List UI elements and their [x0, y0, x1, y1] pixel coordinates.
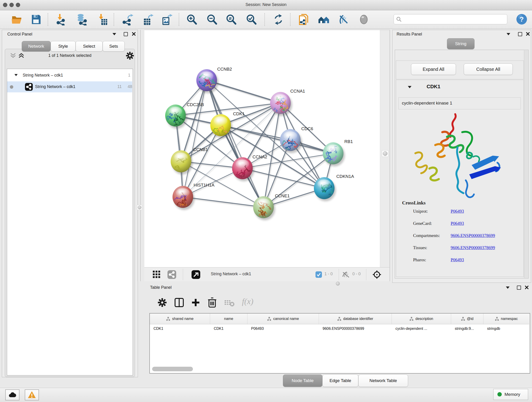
- cell-description[interactable]: cyclin-dependent ...: [392, 324, 451, 334]
- network-view[interactable]: CCNB2CCNA1CDC25BCDK1CDC6RB1CCNB1CCNA2CDK…: [144, 30, 389, 281]
- cell-name[interactable]: CDK1: [210, 324, 247, 334]
- column-tree-icon: [495, 317, 499, 321]
- warning-status-button[interactable]: [25, 389, 39, 400]
- column-header-canonical-name[interactable]: canonical name: [247, 313, 319, 324]
- open-session-icon[interactable]: [11, 13, 23, 26]
- network-options-gear-icon[interactable]: [126, 52, 134, 60]
- zoom-in-icon[interactable]: [186, 13, 198, 26]
- show-hide-graphics-icon[interactable]: [338, 13, 350, 26]
- import-network-database-icon[interactable]: [76, 13, 88, 26]
- collapse-panel-icon[interactable]: [507, 33, 510, 35]
- import-table-icon[interactable]: [97, 13, 109, 26]
- column-header-description[interactable]: description: [392, 313, 451, 324]
- help-icon[interactable]: ?: [516, 13, 528, 25]
- expand-all-button[interactable]: Expand All: [411, 64, 456, 75]
- network-canvas[interactable]: CCNB2CCNA1CDC25BCDK1CDC6RB1CCNB1CCNA2CDK…: [144, 30, 389, 267]
- zoom-fit-icon[interactable]: [225, 13, 237, 26]
- tab-edge-table[interactable]: Edge Table: [322, 375, 358, 387]
- main-toolbar: ?: [0, 10, 532, 29]
- tab-sets[interactable]: Sets: [103, 41, 125, 51]
- crosslink-compartments-link[interactable]: 9606.ENSP00000378699: [451, 233, 495, 238]
- delete-column-icon[interactable]: [207, 297, 217, 308]
- zoom-out-icon[interactable]: [206, 13, 218, 26]
- float-panel-icon[interactable]: [518, 32, 522, 36]
- column-label: namespac: [501, 317, 518, 321]
- column-header-name[interactable]: name: [210, 313, 247, 324]
- network-scrollbar-track[interactable]: [380, 30, 390, 267]
- save-session-icon[interactable]: [30, 13, 42, 26]
- network-collection-row[interactable]: String Network – cdk1 1: [7, 70, 132, 81]
- network-row-selected[interactable]: String Network – cdk1 11 48: [7, 81, 132, 92]
- float-panel-icon[interactable]: [124, 32, 128, 36]
- network-list: String Network – cdk1 1 String Network –…: [7, 69, 133, 375]
- table-row[interactable]: CDK1 CDK1 P06493 9606.ENSP00000378699 cy…: [150, 324, 529, 334]
- export-table-icon[interactable]: [142, 13, 154, 26]
- collapse-all-button[interactable]: Collapse All: [464, 64, 513, 75]
- gene-symbol: CDK1: [427, 84, 440, 89]
- tab-network[interactable]: Network: [22, 41, 51, 51]
- birds-eye-view-icon[interactable]: [358, 13, 370, 26]
- column-label: name: [224, 317, 233, 321]
- cell-canonical-name[interactable]: P06493: [247, 324, 319, 334]
- crosslink-label: Uniprot:: [413, 209, 428, 214]
- tab-string-results[interactable]: String: [447, 38, 475, 49]
- results-scrollbar-track[interactable]: [524, 50, 528, 278]
- cloud-status-button[interactable]: [5, 389, 19, 400]
- crosslink-genecard-link[interactable]: P06493: [451, 221, 464, 226]
- crosslink-label: Pharos:: [413, 257, 426, 262]
- crosslink-uniprot-link[interactable]: P06493: [451, 209, 464, 214]
- grid-view-icon[interactable]: [153, 271, 161, 279]
- network-row-label: String Network – cdk1: [35, 84, 75, 89]
- memory-button[interactable]: Memory: [493, 389, 528, 400]
- warning-icon: [28, 391, 36, 398]
- table-options-gear-icon[interactable]: [158, 298, 167, 307]
- cell-namespace[interactable]: stringdb: [483, 324, 529, 334]
- status-bar: Memory: [0, 388, 532, 402]
- close-panel-icon[interactable]: [132, 32, 136, 36]
- node-label-rb1: RB1: [344, 139, 353, 144]
- column-header-database-identifier[interactable]: database identifier: [319, 313, 392, 324]
- node-label-ccna1: CCNA1: [290, 89, 305, 94]
- refresh-layout-icon[interactable]: [272, 13, 284, 26]
- column-header-namespace[interactable]: namespac: [483, 313, 529, 324]
- search-input[interactable]: [394, 14, 507, 24]
- network-scrollbar-thumb[interactable]: [382, 150, 388, 157]
- zoom-selected-icon[interactable]: [246, 13, 258, 26]
- fit-selected-crosshair-icon[interactable]: [372, 270, 381, 279]
- float-panel-icon[interactable]: [517, 286, 521, 290]
- tab-node-table[interactable]: Node Table: [283, 375, 322, 387]
- show-columns-icon[interactable]: [174, 298, 184, 307]
- splitter-handle[interactable]: [137, 205, 142, 210]
- node-label-cdkn1a: CDKN1A: [336, 174, 354, 179]
- collection-expand-icon[interactable]: [14, 74, 18, 76]
- crosslink-pharos-link[interactable]: P06493: [451, 257, 464, 262]
- crosslink-tissues-link[interactable]: 9606.ENSP00000378699: [451, 245, 495, 250]
- close-panel-icon[interactable]: [525, 285, 529, 289]
- birdseye-toggle-icon[interactable]: [191, 270, 200, 279]
- tab-select[interactable]: Select: [76, 41, 103, 51]
- cell-shared-name[interactable]: CDK1: [150, 324, 210, 334]
- column-header-id[interactable]: @id: [451, 313, 483, 324]
- cell-database-identifier[interactable]: 9606.ENSP00000378699: [319, 324, 392, 334]
- network-tab-content: 1 of 1 Network selected String Network –…: [5, 49, 135, 377]
- close-panel-icon[interactable]: [526, 32, 530, 36]
- table-hscrollbar-track[interactable]: [150, 367, 528, 372]
- import-network-icon[interactable]: [56, 13, 67, 26]
- cell-id[interactable]: stringdb:9...: [451, 324, 483, 334]
- tab-network-table[interactable]: Network Table: [358, 375, 408, 387]
- table-hscrollbar-thumb[interactable]: [152, 367, 193, 371]
- left-splitter[interactable]: [138, 30, 140, 281]
- column-header-shared-name[interactable]: shared name: [150, 313, 210, 324]
- collapse-panel-icon[interactable]: [506, 287, 510, 289]
- open-in-string-icon[interactable]: [298, 13, 310, 26]
- collapse-panel-icon[interactable]: [113, 33, 116, 35]
- memory-status-icon: [497, 392, 502, 396]
- home-networks-icon[interactable]: [318, 13, 330, 26]
- tab-style[interactable]: Style: [51, 41, 76, 51]
- string-view-icon[interactable]: [167, 270, 176, 279]
- selected-checkbox-icon[interactable]: [316, 271, 322, 278]
- add-column-icon[interactable]: [191, 298, 200, 307]
- export-network-icon[interactable]: [122, 13, 134, 26]
- gene-section-expand-icon[interactable]: [408, 86, 412, 88]
- export-image-icon[interactable]: [161, 13, 172, 26]
